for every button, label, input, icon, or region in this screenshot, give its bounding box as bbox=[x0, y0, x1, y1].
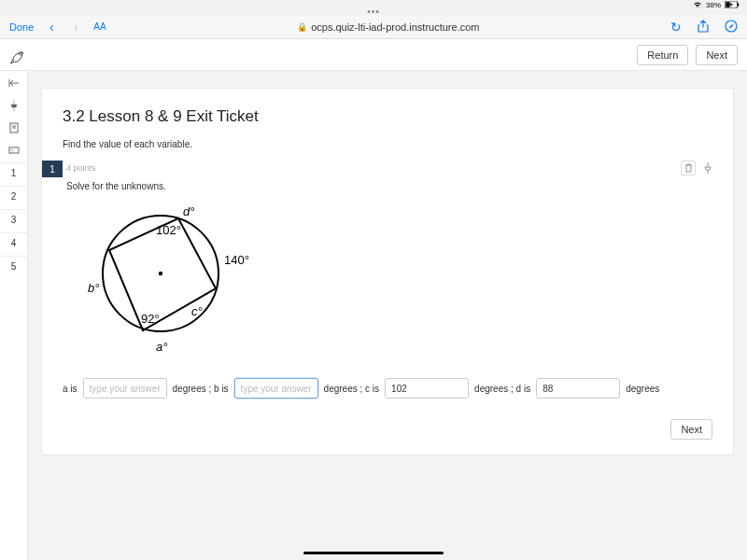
url-text: ocps.quiz-lti-iad-prod.instructure.com bbox=[311, 21, 479, 33]
question-points: 4 points bbox=[66, 163, 96, 173]
answer-c-input[interactable] bbox=[385, 378, 469, 399]
quiz-title: 3.2 Lesson 8 & 9 Exit Ticket bbox=[63, 107, 712, 126]
slides-icon[interactable] bbox=[7, 144, 21, 157]
label-b: b° bbox=[88, 281, 99, 295]
battery-label: 38% bbox=[706, 1, 721, 9]
safari-toolbar: Done ‹ › AA 🔒 ocps.quiz-lti-iad-prod.ins… bbox=[0, 15, 747, 39]
rail-q3[interactable]: 3 bbox=[0, 213, 27, 227]
label-102: 102° bbox=[156, 223, 181, 237]
c-lead: degrees ; c is bbox=[324, 384, 379, 394]
next-button-top[interactable]: Next bbox=[696, 45, 738, 65]
answer-b-input[interactable] bbox=[234, 378, 318, 399]
svg-point-10 bbox=[159, 272, 162, 275]
label-a: a° bbox=[156, 340, 167, 354]
svg-rect-2 bbox=[738, 3, 739, 6]
answer-d-input[interactable] bbox=[536, 378, 620, 399]
label-c: c° bbox=[191, 304, 203, 318]
svg-rect-7 bbox=[9, 147, 19, 153]
battery-icon bbox=[725, 1, 740, 8]
a-lead: a is bbox=[63, 384, 78, 394]
pin-question-icon[interactable] bbox=[703, 161, 712, 175]
wifi-icon bbox=[693, 1, 702, 8]
app-toolbar: Return Next bbox=[0, 39, 747, 71]
circle-diagram: d° 102° 140° b° 92° c° a° bbox=[72, 199, 712, 361]
compass-icon[interactable] bbox=[725, 20, 738, 33]
text-size-button[interactable]: AA bbox=[93, 21, 106, 32]
label-140: 140° bbox=[224, 253, 249, 267]
rail-q4[interactable]: 4 bbox=[0, 236, 27, 250]
question-header: 1 4 points bbox=[63, 161, 712, 175]
reload-icon[interactable]: ↻ bbox=[670, 20, 682, 35]
forward-button: › bbox=[69, 20, 82, 35]
next-button-bottom[interactable]: Next bbox=[670, 419, 712, 440]
quiz-card: 3.2 Lesson 8 & 9 Exit Ticket Find the va… bbox=[41, 88, 734, 455]
rail-q2[interactable]: 2 bbox=[0, 189, 27, 203]
content-area: 3.2 Lesson 8 & 9 Exit Ticket Find the va… bbox=[28, 71, 747, 560]
question-number: 1 bbox=[42, 161, 63, 177]
trail: degrees bbox=[626, 384, 659, 394]
home-indicator[interactable] bbox=[303, 552, 444, 554]
left-rail: 1 2 3 4 5 bbox=[0, 71, 28, 560]
d-lead: degrees ; d is bbox=[474, 384, 530, 394]
question-prompt: Solve for the unknowns. bbox=[66, 181, 712, 191]
pin-icon[interactable] bbox=[7, 99, 21, 112]
rail-q5[interactable]: 5 bbox=[0, 259, 27, 273]
rocket-icon[interactable] bbox=[9, 47, 26, 63]
done-button[interactable]: Done bbox=[9, 21, 34, 33]
b-lead: degrees ; b is bbox=[173, 384, 229, 394]
share-icon[interactable] bbox=[697, 20, 710, 33]
trash-icon[interactable] bbox=[681, 161, 696, 175]
rail-q1[interactable]: 1 bbox=[0, 166, 27, 180]
back-button[interactable]: ‹ bbox=[45, 20, 58, 35]
page-icon[interactable] bbox=[7, 121, 21, 134]
label-d: d° bbox=[183, 204, 194, 218]
svg-rect-1 bbox=[726, 2, 729, 7]
svg-point-8 bbox=[11, 149, 13, 151]
return-button[interactable]: Return bbox=[637, 45, 688, 65]
answer-row: a is degrees ; b is degrees ; c is degre… bbox=[63, 378, 712, 399]
answer-a-input[interactable] bbox=[83, 378, 167, 399]
lock-icon: 🔒 bbox=[297, 22, 307, 32]
url-bar[interactable]: 🔒 ocps.quiz-lti-iad-prod.instructure.com bbox=[118, 21, 659, 33]
quiz-instruction: Find the value of each variable. bbox=[63, 139, 712, 149]
label-92: 92° bbox=[141, 312, 160, 326]
collapse-icon[interactable] bbox=[7, 77, 21, 90]
